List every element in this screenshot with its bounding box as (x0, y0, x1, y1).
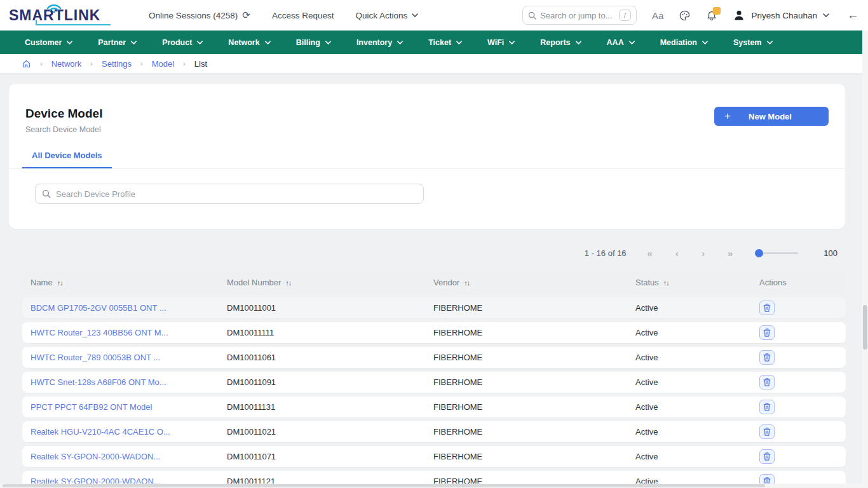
sort-icon[interactable]: ↑↓ (663, 279, 669, 287)
chevron-down-icon (265, 41, 271, 44)
breadcrumb-link-model[interactable]: Model (152, 59, 174, 69)
device-name-link[interactable]: Realtek HGU-V210-4AC 4CAE1C O... (31, 427, 227, 437)
sort-icon[interactable]: ↑↓ (57, 279, 63, 287)
pagination: 1 - 16 of 16 « ‹ › » 100 (9, 245, 837, 261)
notifications-button[interactable] (706, 10, 717, 22)
breadcrumb-link-network[interactable]: Network (51, 59, 82, 69)
trash-icon (763, 378, 771, 386)
breadcrumb-link-settings[interactable]: Settings (102, 59, 132, 69)
page-title: Device Model (25, 107, 102, 121)
prev-page-button[interactable]: ‹ (672, 248, 682, 259)
model-number-cell: DM10011001 (227, 303, 433, 313)
chevron-down-icon (576, 41, 581, 44)
device-profile-search-input[interactable] (56, 189, 417, 199)
search-icon (42, 189, 51, 198)
online-sessions-link[interactable]: Online Sessions (4258) ⟳ (149, 10, 250, 21)
device-name-link[interactable]: Realtek SY-GPON-2000-WADON... (31, 452, 227, 461)
vendor-cell: FIBERHOME (433, 452, 635, 461)
notification-badge (713, 7, 721, 15)
trash-icon (763, 329, 771, 337)
delete-button[interactable] (759, 350, 775, 365)
tab-all-device-models[interactable]: All Device Models (22, 151, 112, 168)
nav-item-product[interactable]: Product (154, 30, 211, 54)
device-profile-search[interactable] (35, 184, 424, 204)
online-sessions-label: Online Sessions (4258) (149, 11, 238, 20)
chevron-down-icon (412, 13, 418, 17)
chevron-down-icon (197, 41, 203, 44)
trash-icon (763, 428, 771, 436)
nav-item-network[interactable]: Network (220, 30, 278, 54)
status-cell: Active (635, 427, 759, 437)
delete-button[interactable] (759, 325, 775, 340)
theme-palette-button[interactable] (679, 10, 691, 22)
sort-icon[interactable]: ↑↓ (464, 279, 470, 287)
sort-icon[interactable]: ↑↓ (285, 279, 291, 287)
nav-item-system[interactable]: System (725, 30, 780, 54)
delete-button[interactable] (759, 375, 775, 390)
col-header-actions: Actions (759, 278, 787, 287)
nav-item-customer[interactable]: Customer (17, 30, 81, 54)
delete-button[interactable] (759, 301, 775, 315)
chevron-down-icon (67, 41, 72, 44)
device-name-link[interactable]: BDCM GP1705-2GV 0055B1 ONT ... (31, 303, 227, 313)
nav-item-billing[interactable]: Billing (288, 30, 339, 54)
global-search[interactable]: / (522, 6, 637, 25)
status-cell: Active (635, 353, 759, 362)
next-page-button[interactable]: › (698, 248, 708, 259)
nav-item-mediation[interactable]: Mediation (652, 30, 716, 54)
nav-item-wifi[interactable]: WiFi (479, 30, 523, 54)
pagination-range: 1 - 16 of 16 (585, 248, 627, 258)
vendor-cell: FIBERHOME (433, 353, 635, 362)
vertical-scrollbar-thumb[interactable] (863, 305, 867, 349)
user-name: Priyesh Chauhan (751, 11, 817, 20)
nav-item-inventory[interactable]: Inventory (348, 30, 411, 54)
chevron-down-icon (702, 41, 708, 44)
slider-handle[interactable] (755, 249, 763, 257)
access-request-link[interactable]: Access Request (272, 11, 334, 20)
delete-button[interactable] (759, 400, 775, 414)
trash-icon (763, 304, 771, 312)
table-row: HWTC Router_123 40BB56 ONT M...DM1001111… (22, 322, 846, 343)
home-icon[interactable] (22, 59, 31, 69)
vendor-cell: FIBERHOME (433, 303, 635, 313)
avatar-icon (733, 9, 745, 22)
nav-item-ticket[interactable]: Ticket (420, 30, 470, 54)
model-number-cell: DM10011071 (227, 452, 433, 461)
logo-underline (36, 24, 111, 25)
new-model-button[interactable]: + New Model (714, 107, 829, 126)
chevron-down-icon (629, 41, 635, 44)
last-page-button[interactable]: » (724, 248, 736, 259)
delete-button[interactable] (759, 424, 775, 439)
status-cell: Active (635, 377, 759, 387)
font-size-toggle[interactable]: Aa (652, 10, 663, 21)
horizontal-scrollbar[interactable] (0, 484, 862, 488)
trash-icon (763, 403, 771, 411)
table-body: BDCM GP1705-2GV 0055B1 ONT ...DM10011001… (22, 297, 846, 488)
first-page-button[interactable]: « (644, 248, 656, 259)
slider-track (763, 252, 798, 254)
nav-item-partner[interactable]: Partner (90, 30, 145, 54)
table-header-row: Name↑↓ Model Number↑↓ Vendor↑↓ Status↑↓ … (22, 271, 846, 294)
back-arrow-button[interactable]: ← (847, 8, 859, 22)
col-header-model: Model Number (227, 278, 281, 287)
device-model-table: Name↑↓ Model Number↑↓ Vendor↑↓ Status↑↓ … (22, 271, 846, 488)
refresh-icon[interactable]: ⟳ (242, 10, 250, 21)
global-search-input[interactable] (540, 11, 615, 20)
model-number-cell: DM10011061 (227, 353, 433, 362)
quick-actions-menu[interactable]: Quick Actions (355, 11, 418, 20)
nav-item-aaa[interactable]: AAA (599, 30, 643, 54)
user-menu[interactable]: Priyesh Chauhan (733, 9, 829, 22)
horizontal-scrollbar-thumb[interactable] (3, 484, 765, 487)
nav-item-reports[interactable]: Reports (532, 30, 589, 54)
device-name-link[interactable]: HWTC Snet-128s A68F06 ONT Mo... (31, 377, 227, 387)
device-name-link[interactable]: HWTC Router_123 40BB56 ONT M... (31, 328, 227, 337)
page-size-slider[interactable] (755, 249, 798, 257)
device-name-link[interactable]: PPCT PPCT 64FB92 ONT Model (31, 402, 227, 412)
chevron-down-icon (131, 41, 137, 44)
device-name-link[interactable]: HWTC Router_789 00053B ONT ... (31, 353, 227, 362)
chevron-down-icon (397, 41, 403, 44)
page-size-value: 100 (824, 248, 837, 258)
delete-button[interactable] (759, 449, 775, 464)
smartlink-logo[interactable]: SMARTLINK (9, 8, 111, 23)
vertical-scrollbar[interactable] (862, 30, 868, 488)
